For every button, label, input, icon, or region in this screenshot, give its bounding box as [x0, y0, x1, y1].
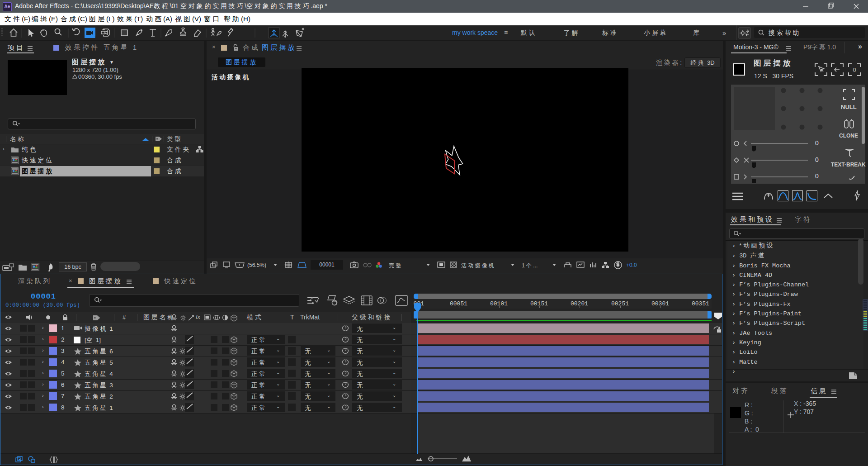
svg-text:0: 0: [853, 67, 856, 73]
